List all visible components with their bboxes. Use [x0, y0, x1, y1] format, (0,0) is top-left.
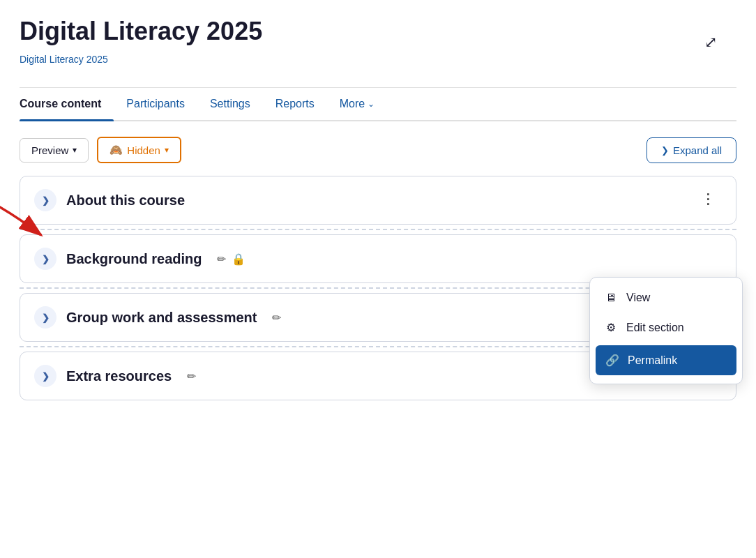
- chevron-down-icon: ▾: [73, 145, 77, 155]
- section-title: Extra resources: [66, 368, 172, 384]
- hidden-button[interactable]: 🙈 Hidden ▾: [97, 137, 181, 163]
- chevron-right-icon: ❯: [42, 254, 50, 264]
- tab-more[interactable]: More ⌄: [327, 88, 387, 120]
- chevron-down-icon: ⌄: [368, 99, 375, 109]
- section-menu-button[interactable]: ︙: [695, 190, 722, 211]
- breadcrumb-link[interactable]: Digital Literacy 2025: [20, 54, 108, 65]
- section-title: About this course: [66, 193, 185, 209]
- menu-item-view[interactable]: 🖥 View: [590, 283, 742, 312]
- monitor-icon: 🖥: [604, 292, 618, 304]
- lock-icon: 🔒: [232, 252, 245, 266]
- section-expand-button[interactable]: ❯: [34, 248, 56, 270]
- section-divider: [20, 229, 736, 230]
- section-title: Background reading: [66, 251, 202, 267]
- context-menu: 🖥 View ⚙ Edit section 🔗 Permalink: [589, 277, 743, 384]
- section-about: ❯ About this course ︙: [20, 176, 736, 225]
- chevron-down-icon: ▾: [165, 145, 169, 155]
- chevron-right-icon: ❯: [42, 312, 50, 323]
- tabs-navigation: Course content Participants Settings Rep…: [20, 88, 736, 121]
- section-expand-button[interactable]: ❯: [34, 365, 56, 387]
- tab-reports[interactable]: Reports: [263, 88, 327, 120]
- menu-item-edit-section[interactable]: ⚙ Edit section: [590, 312, 742, 342]
- gear-icon: ⚙: [604, 321, 618, 334]
- section-title: Group work and assessment: [66, 310, 257, 326]
- menu-item-permalink[interactable]: 🔗 Permalink: [596, 345, 736, 375]
- fullscreen-button[interactable]: ⤢: [704, 33, 717, 52]
- edit-icon: ✏: [272, 311, 281, 324]
- chevron-right-icon: ❯: [42, 195, 50, 206]
- tab-course-content[interactable]: Course content: [20, 88, 114, 120]
- edit-icon: ✏: [187, 370, 196, 383]
- sections-container: ❯ About this course ︙ ❯ Background readi…: [20, 176, 736, 400]
- expand-icon: ❯: [661, 145, 669, 156]
- tab-participants[interactable]: Participants: [114, 88, 197, 120]
- edit-icon: ✏: [217, 252, 226, 266]
- page-container: ⤢ Digital Literacy 2025 Digital Literacy…: [20, 17, 736, 400]
- section-expand-button[interactable]: ❯: [34, 189, 56, 211]
- toolbar-left: Preview ▾ 🙈 Hidden ▾: [20, 137, 181, 163]
- section-expand-button[interactable]: ❯: [34, 306, 56, 329]
- expand-all-button[interactable]: ❯ Expand all: [647, 137, 736, 163]
- page-title: Digital Literacy 2025: [20, 17, 736, 46]
- chevron-right-icon: ❯: [42, 371, 50, 382]
- preview-button[interactable]: Preview ▾: [20, 138, 89, 163]
- tab-settings[interactable]: Settings: [197, 88, 263, 120]
- section-background: ❯ Background reading ✏ 🔒 🖥 View ⚙ Edit s…: [20, 234, 736, 283]
- link-icon: 🔗: [605, 354, 619, 367]
- toolbar: Preview ▾ 🙈 Hidden ▾ ❯ Expand all: [20, 137, 736, 163]
- eye-off-icon: 🙈: [109, 144, 123, 156]
